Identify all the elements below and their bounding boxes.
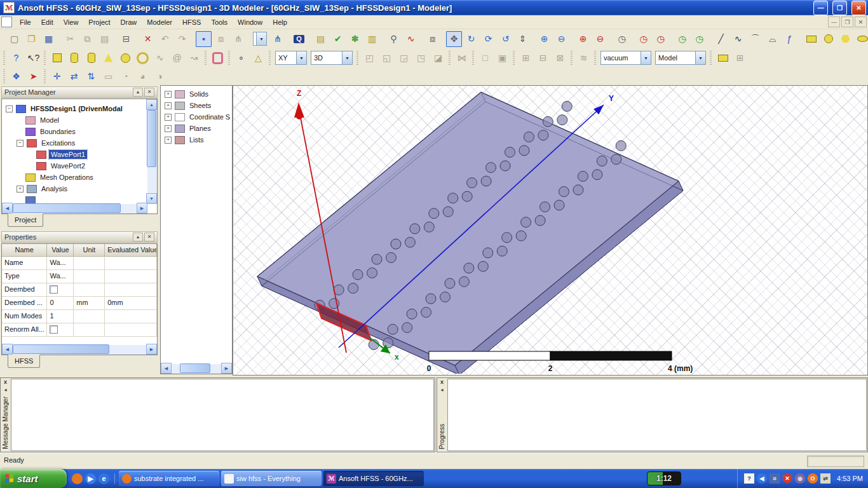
open-file-icon[interactable]: ❐ (24, 31, 39, 47)
close-panel-icon[interactable]: x (4, 379, 7, 385)
tree-item-lists[interactable]: +Lists (161, 134, 232, 146)
draw-helix-icon[interactable]: ∿ (152, 50, 168, 66)
property-value[interactable] (74, 270, 105, 283)
thicken-sheet-icon[interactable]: ▣ (494, 50, 510, 66)
scroll-right-icon[interactable]: ▶ (146, 344, 157, 355)
avg-icon[interactable]: O (808, 473, 818, 484)
menu-project[interactable]: Project (83, 17, 115, 27)
print-icon[interactable]: ⊟ (118, 31, 134, 47)
project-manager-header[interactable]: Project Manager ▴ ✕ (1, 86, 158, 98)
menu-draw[interactable]: Draw (116, 17, 142, 27)
solution-type-icon[interactable]: Q (291, 31, 307, 47)
column-header-unit[interactable]: Unit (74, 244, 105, 256)
align-face-icon[interactable]: ▭ (100, 69, 116, 85)
menu-view[interactable]: View (58, 17, 84, 27)
security-shield-icon[interactable]: ✕ (782, 473, 792, 484)
draw-cylinder-icon[interactable] (66, 50, 82, 66)
property-value[interactable] (47, 283, 74, 296)
restore-button[interactable]: ❐ (832, 1, 847, 15)
view-orientation-2-icon[interactable]: ◷ (691, 31, 707, 47)
select-object-icon[interactable]: ▪ (196, 31, 212, 47)
draw-equation-curve-icon[interactable]: ƒ (782, 31, 797, 47)
property-value[interactable] (105, 257, 157, 269)
toolbar-grip[interactable] (356, 51, 358, 65)
view-mode-combo[interactable]: 3D▼ (311, 51, 353, 65)
move-rotate-icon[interactable]: ⇅ (83, 69, 99, 85)
collapse-icon[interactable]: ◂ (4, 387, 6, 393)
scroll-up-icon[interactable]: ▲ (146, 99, 157, 110)
mirror-icon[interactable]: ⋈ (454, 50, 470, 66)
network-icon[interactable]: ⌗ (770, 473, 780, 484)
zoom-in-window-icon[interactable]: ⊕ (536, 31, 552, 47)
tree-item-planes[interactable]: +Planes (161, 123, 232, 134)
toolbar-grip[interactable] (594, 51, 596, 65)
tree-item-hfssdesign1-drivenmodal[interactable]: −HFSSDesign1 (DrivenModal (2, 103, 157, 114)
expand-icon[interactable]: + (17, 186, 24, 193)
toolbar-grip[interactable] (3, 51, 5, 65)
tree-item-analysis[interactable]: +Analysis (2, 183, 157, 194)
property-value[interactable] (105, 283, 157, 296)
intersect-icon[interactable]: ⊠ (552, 50, 568, 66)
zoom-out-icon[interactable]: ⊖ (592, 31, 608, 47)
draw-circle-icon[interactable] (820, 31, 836, 47)
collapse-icon[interactable]: − (17, 140, 24, 147)
menu-file[interactable]: File (15, 17, 36, 27)
hscroll-thumb[interactable] (180, 363, 210, 373)
property-value[interactable]: mm (74, 297, 105, 309)
mdi-restore-button[interactable]: ❐ (841, 17, 853, 27)
close-button[interactable]: ✕ (851, 1, 866, 15)
hide-icons-chevron-icon[interactable]: ◀ (757, 473, 767, 484)
properties-header[interactable]: Properties ▴ ✕ (1, 231, 158, 243)
collapse-icon[interactable]: − (6, 105, 13, 112)
column-header-value[interactable]: Value (47, 244, 74, 256)
expand-icon[interactable]: + (165, 125, 172, 132)
collapse-icon[interactable]: ▴ (133, 233, 143, 241)
property-value[interactable] (105, 270, 157, 283)
collapse-icon[interactable]: ▴ (133, 88, 143, 97)
property-value[interactable]: 0 (47, 297, 74, 309)
toolbar-grip[interactable] (449, 51, 451, 65)
menu-modeler[interactable]: Modeler (142, 17, 177, 27)
property-value[interactable]: 1 (47, 310, 74, 323)
draw-polygon-icon[interactable] (837, 31, 853, 47)
dropdown-arrow-icon[interactable]: ▼ (641, 51, 651, 64)
draw-polyhedron-icon[interactable] (83, 50, 99, 66)
toolbar-grip[interactable] (571, 51, 573, 65)
sweep-icon[interactable]: ≋ (576, 50, 592, 66)
dynamic-zoom-icon[interactable]: ⇕ (515, 31, 531, 47)
ie-icon[interactable]: e (98, 473, 109, 484)
select-chain-icon[interactable]: ⋔ (230, 31, 246, 47)
fit-selection-icon[interactable]: ◷ (635, 31, 651, 47)
move-to-cs-icon[interactable]: ◰ (362, 50, 377, 66)
scroll-right-icon[interactable]: ▶ (221, 363, 232, 374)
toolbar-grip[interactable] (44, 69, 46, 83)
toolbar-grip[interactable] (228, 51, 230, 65)
solve-setup-icon[interactable]: ⚲ (386, 31, 402, 47)
offset-icon[interactable]: □ (477, 50, 493, 66)
save-file-icon[interactable]: ▦ (41, 31, 57, 47)
draw-torus-icon[interactable] (135, 50, 151, 66)
move-translate-icon[interactable]: ✛ (49, 69, 65, 85)
dropdown-arrow-icon[interactable]: ▼ (695, 51, 705, 64)
model-combo[interactable]: Model▼ (655, 51, 706, 65)
minimize-button[interactable]: — (813, 1, 828, 15)
taskbar-button-substrate-integrated[interactable]: substrate integrated ... (119, 471, 219, 486)
tree-item-mesh-operations[interactable]: Mesh Operations (2, 172, 157, 183)
toolbar-grip[interactable] (3, 69, 5, 83)
draw-non-model-icon[interactable] (210, 50, 226, 66)
draw-plane-icon[interactable]: △ (250, 50, 266, 66)
vscroll-thumb[interactable] (147, 110, 156, 167)
expand-icon[interactable]: + (165, 102, 172, 109)
undo-icon[interactable]: ↶ (157, 31, 173, 47)
draw-arc-center-icon[interactable]: ⌒ (747, 31, 763, 47)
view-orientation-1-icon[interactable]: ◷ (674, 31, 690, 47)
cut-icon[interactable]: ✂ (62, 31, 78, 47)
menu-tools[interactable]: Tools (206, 17, 233, 27)
snap-mode-1-icon[interactable]: ◔ (118, 69, 133, 85)
draw-spiral-icon[interactable]: @ (169, 50, 185, 66)
toolbar-grip[interactable] (205, 51, 207, 65)
tree-item-excitations[interactable]: −Excitations (2, 137, 157, 149)
material-combo[interactable]: vacuum▼ (600, 51, 651, 65)
rotate-screen-center-icon[interactable]: ↺ (498, 31, 513, 47)
expand-icon[interactable]: + (165, 137, 172, 144)
